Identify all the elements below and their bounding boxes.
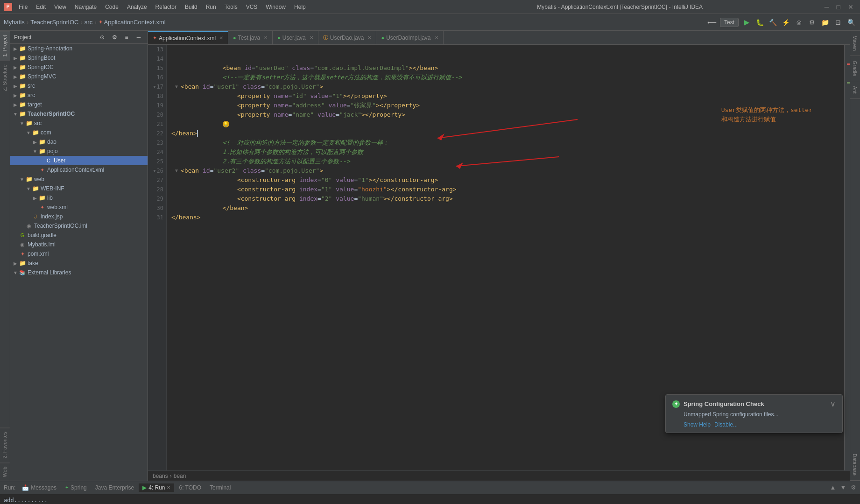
bottom-scroll-up[interactable]: ▲ [828,483,838,492]
tree-item-webinf[interactable]: ▼ 📁 WEB-INF [10,184,148,193]
tab-appcontext[interactable]: ✦ ApplicationContext.xml ✕ [148,31,228,44]
menu-refactor[interactable]: Refactor [152,3,180,11]
bottom-tab-terminal[interactable]: Terminal [206,483,234,492]
bottom-settings[interactable]: ⚙ [849,483,858,492]
left-tab-project[interactable]: 1: Project [0,31,10,60]
tree-item-user[interactable]: C User [10,156,148,165]
menu-code[interactable]: Code [101,3,122,11]
tree-item-buildgradle[interactable]: G build.gradle [10,231,148,240]
menu-edit[interactable]: Edit [32,3,49,11]
menu-run[interactable]: Run [202,3,220,11]
tab-userdaoimpl[interactable]: ● UserDaoImpl.java ✕ [376,31,443,44]
profile-btn[interactable]: ⚡ [781,17,791,28]
tree-item-dao[interactable]: ▶ 📁 dao [10,137,148,147]
right-tool-database[interactable]: Database [850,449,860,481]
tree-item-appcontext[interactable]: ✦ ApplicationContext.xml [10,165,148,175]
left-tab-web[interactable]: Web [0,462,10,481]
toolbar: Mybatis › TeacherSprintIOC › src › ✦ App… [0,14,860,31]
window-controls[interactable]: ─ □ ✕ [822,3,856,11]
minimize-btn[interactable]: ─ [822,3,832,11]
tab-testjava[interactable]: ● Test.java ✕ [228,31,273,44]
debug-btn[interactable]: 🐛 [754,17,765,28]
tree-item-pojo[interactable]: ▼ 📁 pojo [10,147,148,156]
annotation-bulb[interactable]: 💡 [223,121,229,127]
left-tab-structure[interactable]: Z: Structure [0,60,10,95]
menu-navigate[interactable]: Navigate [71,3,100,11]
tab-close-user[interactable]: ✕ [310,35,313,40]
tree-item-springboot[interactable]: ▶ 📁 SpringBoot [10,53,148,63]
run-config-selector[interactable]: Test [720,18,739,27]
tree-item-com[interactable]: ▼ 📁 com [10,128,148,137]
search-everywhere-btn[interactable]: 🔍 [846,17,856,28]
tree-item-src1[interactable]: ▶ 📁 src [10,81,148,91]
left-tab-favorites[interactable]: 2: Favorites [0,427,10,462]
tab-userdaojava[interactable]: ⓘ UserDao.java ✕ [318,31,377,44]
bottom-tab-messages[interactable]: 📩 Messages [18,483,60,492]
tree-item-target[interactable]: ▶ 📁 target [10,100,148,109]
spring-disable-link[interactable]: Disable... [714,421,738,428]
tree-item-external-libs[interactable]: ▼ 📚 External Libraries [10,268,148,277]
tree-item-teachersprintioc[interactable]: ▼ 📁 TeacherSprintIOC [10,109,148,119]
breadcrumb-bean[interactable]: bean [174,473,186,479]
bottom-tab-todo[interactable]: 6: TODO [175,483,205,492]
right-tool-gradle[interactable]: Gradle [850,56,860,81]
tree-collapse-btn[interactable]: ─ [134,32,144,42]
tree-item-indexjsp[interactable]: J index.jsp [10,212,148,221]
folder-btn[interactable]: 📁 [820,17,830,28]
menu-build[interactable]: Build [181,3,201,11]
bottom-tab-run[interactable]: ▶ 4: Run ✕ [139,483,174,492]
menu-help[interactable]: Help [290,3,310,11]
run-tab-icon: ▶ [142,484,147,491]
tree-item-spring-annotation[interactable]: ▶ 📁 Spring-Annotation [10,44,148,53]
tab-close-test[interactable]: ✕ [264,35,268,40]
bottom-scroll-down[interactable]: ▼ [839,483,848,492]
tab-close-userdao[interactable]: ✕ [367,35,371,40]
tree-gear-btn[interactable]: ⚙ [109,32,120,42]
breadcrumb-file[interactable]: ✦ ApplicationContext.xml [99,19,166,26]
navigate-back-btn[interactable]: ⟵ [707,17,717,28]
tab-close-userdaoimpl[interactable]: ✕ [435,35,438,40]
right-tool-maven[interactable]: Maven [850,31,860,56]
tree-item-take[interactable]: ▶ 📁 take [10,259,148,268]
tab-userjava[interactable]: ● User.java ✕ [273,31,318,44]
menu-vcs[interactable]: VCS [242,3,261,11]
tree-item-springioc[interactable]: ▶ 📁 SpringIOC [10,63,148,72]
restore-btn[interactable]: □ [834,3,843,11]
bottom-tab-spring[interactable]: ✦ Spring [61,483,91,492]
breadcrumb-mybatis[interactable]: Mybatis [4,19,25,26]
close-btn[interactable]: ✕ [845,3,856,11]
settings-btn[interactable]: ⚙ [807,17,817,28]
breadcrumb-src[interactable]: src [85,19,92,26]
tree-item-web[interactable]: ▼ 📁 web [10,175,148,184]
run-tab-close[interactable]: ✕ [167,485,170,490]
tree-settings-btn[interactable]: ≡ [121,32,132,42]
tree-localize-btn[interactable]: ⊙ [97,32,107,42]
tab-xml-icon: ✦ [153,35,157,41]
menu-window[interactable]: Window [262,3,289,11]
menu-view[interactable]: View [50,3,70,11]
coverage-btn[interactable]: ◎ [794,17,804,28]
bottom-tab-java-enterprise[interactable]: Java Enterprise [92,483,138,492]
tab-close-appcontext[interactable]: ✕ [219,35,223,41]
breadcrumb-module[interactable]: TeacherSprintIOC [30,19,78,26]
breadcrumb-beans[interactable]: beans [153,473,168,479]
right-tool-ant[interactable]: Ant [850,81,860,99]
tree-item-springmvc[interactable]: ▶ 📁 SpringMVC [10,72,148,81]
tree-item-lib[interactable]: ▶ 📁 lib [10,193,148,203]
run-btn[interactable]: ▶ [741,17,752,28]
code-line-21: 💡 [171,119,844,129]
tree-item-pomxml[interactable]: ✦ pom.xml [10,249,148,259]
tree-item-src-main[interactable]: ▼ 📁 src [10,119,148,128]
spring-show-help-link[interactable]: Show Help [684,421,711,428]
tree-item-webxml[interactable]: ✦ web.xml [10,203,148,212]
class-icon: C [45,157,52,164]
menu-analyze[interactable]: Analyze [123,3,151,11]
tree-item-mybatisiml[interactable]: ◉ Mybatis.iml [10,240,148,249]
spring-collapse-btn[interactable]: ∨ [830,399,836,408]
menu-tools[interactable]: Tools [221,3,241,11]
menu-file[interactable]: File [15,3,31,11]
tree-item-src2[interactable]: ▶ 📁 src [10,91,148,100]
build-btn[interactable]: 🔨 [768,17,778,28]
expand-btn[interactable]: ⊡ [833,17,843,28]
tree-item-iml[interactable]: ◉ TeacherSprintIOC.iml [10,221,148,231]
